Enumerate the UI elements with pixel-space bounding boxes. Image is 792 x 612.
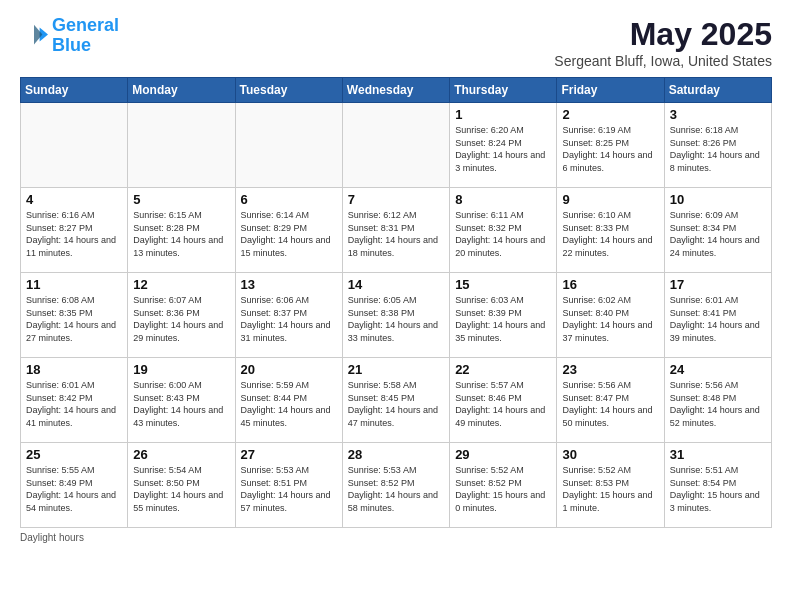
day-info: Sunrise: 6:02 AM Sunset: 8:40 PM Dayligh…	[562, 294, 658, 344]
cal-cell	[21, 103, 128, 188]
day-info: Sunrise: 5:56 AM Sunset: 8:47 PM Dayligh…	[562, 379, 658, 429]
cal-cell: 28Sunrise: 5:53 AM Sunset: 8:52 PM Dayli…	[342, 443, 449, 528]
day-info: Sunrise: 6:16 AM Sunset: 8:27 PM Dayligh…	[26, 209, 122, 259]
cal-cell: 13Sunrise: 6:06 AM Sunset: 8:37 PM Dayli…	[235, 273, 342, 358]
location: Sergeant Bluff, Iowa, United States	[554, 53, 772, 69]
day-number: 19	[133, 362, 229, 377]
cal-cell: 21Sunrise: 5:58 AM Sunset: 8:45 PM Dayli…	[342, 358, 449, 443]
logo: General Blue	[20, 16, 119, 56]
day-info: Sunrise: 5:52 AM Sunset: 8:52 PM Dayligh…	[455, 464, 551, 514]
day-number: 2	[562, 107, 658, 122]
day-info: Sunrise: 6:20 AM Sunset: 8:24 PM Dayligh…	[455, 124, 551, 174]
day-number: 3	[670, 107, 766, 122]
col-header-saturday: Saturday	[664, 78, 771, 103]
day-number: 28	[348, 447, 444, 462]
footer-note: Daylight hours	[20, 532, 772, 543]
day-number: 29	[455, 447, 551, 462]
cal-cell: 14Sunrise: 6:05 AM Sunset: 8:38 PM Dayli…	[342, 273, 449, 358]
cal-cell: 5Sunrise: 6:15 AM Sunset: 8:28 PM Daylig…	[128, 188, 235, 273]
cal-cell: 12Sunrise: 6:07 AM Sunset: 8:36 PM Dayli…	[128, 273, 235, 358]
cal-cell: 31Sunrise: 5:51 AM Sunset: 8:54 PM Dayli…	[664, 443, 771, 528]
cal-cell: 18Sunrise: 6:01 AM Sunset: 8:42 PM Dayli…	[21, 358, 128, 443]
day-number: 9	[562, 192, 658, 207]
day-number: 18	[26, 362, 122, 377]
day-info: Sunrise: 5:55 AM Sunset: 8:49 PM Dayligh…	[26, 464, 122, 514]
day-info: Sunrise: 6:07 AM Sunset: 8:36 PM Dayligh…	[133, 294, 229, 344]
day-number: 4	[26, 192, 122, 207]
day-info: Sunrise: 6:00 AM Sunset: 8:43 PM Dayligh…	[133, 379, 229, 429]
day-number: 22	[455, 362, 551, 377]
cal-cell	[128, 103, 235, 188]
cal-cell: 20Sunrise: 5:59 AM Sunset: 8:44 PM Dayli…	[235, 358, 342, 443]
cal-cell	[235, 103, 342, 188]
svg-marker-1	[34, 25, 42, 45]
cal-cell: 30Sunrise: 5:52 AM Sunset: 8:53 PM Dayli…	[557, 443, 664, 528]
day-number: 23	[562, 362, 658, 377]
day-number: 30	[562, 447, 658, 462]
day-info: Sunrise: 6:03 AM Sunset: 8:39 PM Dayligh…	[455, 294, 551, 344]
day-number: 24	[670, 362, 766, 377]
day-info: Sunrise: 6:01 AM Sunset: 8:41 PM Dayligh…	[670, 294, 766, 344]
header: General Blue May 2025 Sergeant Bluff, Io…	[20, 16, 772, 69]
day-info: Sunrise: 5:51 AM Sunset: 8:54 PM Dayligh…	[670, 464, 766, 514]
day-number: 6	[241, 192, 337, 207]
cal-cell: 15Sunrise: 6:03 AM Sunset: 8:39 PM Dayli…	[450, 273, 557, 358]
cal-cell: 2Sunrise: 6:19 AM Sunset: 8:25 PM Daylig…	[557, 103, 664, 188]
day-number: 26	[133, 447, 229, 462]
title-block: May 2025 Sergeant Bluff, Iowa, United St…	[554, 16, 772, 69]
day-info: Sunrise: 5:57 AM Sunset: 8:46 PM Dayligh…	[455, 379, 551, 429]
calendar-table: SundayMondayTuesdayWednesdayThursdayFrid…	[20, 77, 772, 528]
cal-cell: 16Sunrise: 6:02 AM Sunset: 8:40 PM Dayli…	[557, 273, 664, 358]
page: General Blue May 2025 Sergeant Bluff, Io…	[0, 0, 792, 612]
month-title: May 2025	[554, 16, 772, 53]
cal-cell: 10Sunrise: 6:09 AM Sunset: 8:34 PM Dayli…	[664, 188, 771, 273]
day-number: 13	[241, 277, 337, 292]
cal-cell: 27Sunrise: 5:53 AM Sunset: 8:51 PM Dayli…	[235, 443, 342, 528]
day-number: 31	[670, 447, 766, 462]
day-number: 15	[455, 277, 551, 292]
day-info: Sunrise: 6:05 AM Sunset: 8:38 PM Dayligh…	[348, 294, 444, 344]
cal-cell: 24Sunrise: 5:56 AM Sunset: 8:48 PM Dayli…	[664, 358, 771, 443]
day-info: Sunrise: 6:06 AM Sunset: 8:37 PM Dayligh…	[241, 294, 337, 344]
col-header-friday: Friday	[557, 78, 664, 103]
logo-line2: Blue	[52, 35, 91, 55]
day-info: Sunrise: 6:14 AM Sunset: 8:29 PM Dayligh…	[241, 209, 337, 259]
day-info: Sunrise: 5:53 AM Sunset: 8:51 PM Dayligh…	[241, 464, 337, 514]
week-row-2: 4Sunrise: 6:16 AM Sunset: 8:27 PM Daylig…	[21, 188, 772, 273]
day-info: Sunrise: 6:08 AM Sunset: 8:35 PM Dayligh…	[26, 294, 122, 344]
cal-cell: 25Sunrise: 5:55 AM Sunset: 8:49 PM Dayli…	[21, 443, 128, 528]
col-header-thursday: Thursday	[450, 78, 557, 103]
day-number: 16	[562, 277, 658, 292]
day-number: 7	[348, 192, 444, 207]
calendar-header-row: SundayMondayTuesdayWednesdayThursdayFrid…	[21, 78, 772, 103]
day-number: 14	[348, 277, 444, 292]
day-info: Sunrise: 6:10 AM Sunset: 8:33 PM Dayligh…	[562, 209, 658, 259]
week-row-5: 25Sunrise: 5:55 AM Sunset: 8:49 PM Dayli…	[21, 443, 772, 528]
day-number: 25	[26, 447, 122, 462]
day-info: Sunrise: 5:52 AM Sunset: 8:53 PM Dayligh…	[562, 464, 658, 514]
cal-cell: 29Sunrise: 5:52 AM Sunset: 8:52 PM Dayli…	[450, 443, 557, 528]
logo-text: General Blue	[52, 16, 119, 56]
day-number: 27	[241, 447, 337, 462]
cal-cell: 7Sunrise: 6:12 AM Sunset: 8:31 PM Daylig…	[342, 188, 449, 273]
col-header-sunday: Sunday	[21, 78, 128, 103]
week-row-3: 11Sunrise: 6:08 AM Sunset: 8:35 PM Dayli…	[21, 273, 772, 358]
cal-cell: 23Sunrise: 5:56 AM Sunset: 8:47 PM Dayli…	[557, 358, 664, 443]
cal-cell: 22Sunrise: 5:57 AM Sunset: 8:46 PM Dayli…	[450, 358, 557, 443]
day-info: Sunrise: 6:19 AM Sunset: 8:25 PM Dayligh…	[562, 124, 658, 174]
week-row-1: 1Sunrise: 6:20 AM Sunset: 8:24 PM Daylig…	[21, 103, 772, 188]
day-number: 17	[670, 277, 766, 292]
day-number: 12	[133, 277, 229, 292]
day-info: Sunrise: 5:53 AM Sunset: 8:52 PM Dayligh…	[348, 464, 444, 514]
day-info: Sunrise: 6:01 AM Sunset: 8:42 PM Dayligh…	[26, 379, 122, 429]
day-info: Sunrise: 6:11 AM Sunset: 8:32 PM Dayligh…	[455, 209, 551, 259]
day-info: Sunrise: 5:56 AM Sunset: 8:48 PM Dayligh…	[670, 379, 766, 429]
day-number: 10	[670, 192, 766, 207]
cal-cell: 11Sunrise: 6:08 AM Sunset: 8:35 PM Dayli…	[21, 273, 128, 358]
day-number: 8	[455, 192, 551, 207]
day-info: Sunrise: 6:15 AM Sunset: 8:28 PM Dayligh…	[133, 209, 229, 259]
daylight-label: Daylight hours	[20, 532, 84, 543]
cal-cell: 17Sunrise: 6:01 AM Sunset: 8:41 PM Dayli…	[664, 273, 771, 358]
logo-icon	[20, 22, 48, 50]
day-number: 20	[241, 362, 337, 377]
